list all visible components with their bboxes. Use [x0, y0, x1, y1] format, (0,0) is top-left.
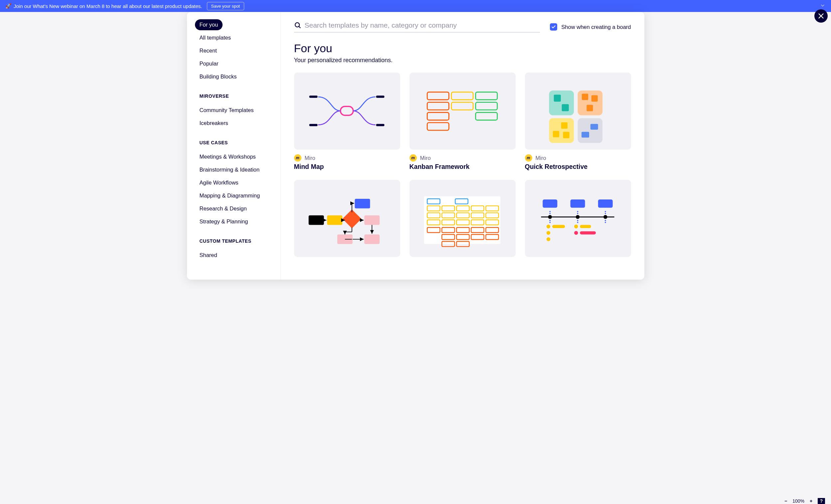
banner-close-icon[interactable] [820, 3, 826, 10]
rocket-icon: 🚀 [5, 3, 12, 9]
banner-text: Join our What's New webinar on March 8 t… [13, 3, 202, 9]
save-spot-button[interactable]: Save your spot [207, 2, 245, 10]
announcement-banner: 🚀 Join our What's New webinar on March 8… [0, 0, 831, 12]
